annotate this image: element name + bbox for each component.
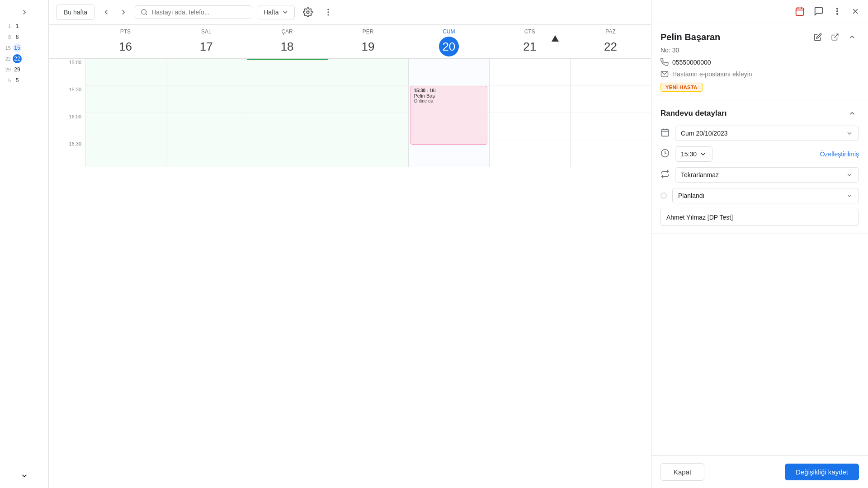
cell-paz-1600[interactable]	[570, 113, 651, 140]
cell-sal-1600[interactable]	[166, 113, 247, 140]
patient-email[interactable]: Hastanın e-postasını ekleyin	[660, 70, 859, 78]
next-week-button[interactable]	[118, 6, 129, 18]
svg-line-1	[146, 14, 147, 15]
mini-calendar: 1 1 8 8 15 15 22 22 29 29 5 5	[0, 22, 48, 85]
day-num-pts: 16	[115, 37, 135, 56]
patient-id: No: 30	[660, 47, 859, 54]
week-header-spacer	[49, 28, 85, 56]
mini-cal-date[interactable]: 8	[13, 33, 22, 42]
cell-per-1500[interactable]	[328, 59, 409, 86]
more-vertical-icon	[833, 7, 842, 16]
right-panel-topbar	[651, 0, 868, 23]
time-dropdown-value: 15:30	[681, 150, 697, 158]
mini-cal-date[interactable]: 29	[13, 65, 22, 74]
cell-cts-1600[interactable]	[489, 113, 570, 140]
time-grid: 15:00 15:30 15:30 - 16: Pelin Baş Onli	[49, 59, 651, 167]
cell-cts-1630[interactable]	[489, 140, 570, 167]
collapse-patient-button[interactable]	[845, 30, 859, 44]
chevron-left-icon	[102, 8, 110, 16]
chat-icon	[814, 6, 824, 16]
day-name-paz: PAZ	[605, 28, 615, 35]
cell-paz-1630[interactable]	[570, 140, 651, 167]
svg-point-2	[307, 11, 309, 14]
cell-sal-1630[interactable]	[166, 140, 247, 167]
day-column-header-per[interactable]: PER 19	[328, 28, 409, 56]
close-icon	[851, 7, 860, 16]
time-label-1600: 16:00	[49, 113, 85, 140]
week-number: 29	[2, 67, 11, 72]
doctor-input-row[interactable]	[660, 209, 859, 226]
appointment-event[interactable]: 15:30 - 16: Pelin Baş Online da	[410, 86, 487, 145]
search-input[interactable]	[151, 9, 242, 16]
appointment-details-section: Randevu detayları Cum 20/10/2023	[651, 99, 868, 234]
open-patient-button[interactable]	[828, 30, 842, 44]
cell-per-1600[interactable]	[328, 113, 409, 140]
search-icon	[141, 9, 148, 16]
time-label-1500: 15:00	[49, 59, 85, 86]
day-column-header-car[interactable]: ÇAR 18	[247, 28, 328, 56]
chevron-down-icon-date	[846, 130, 853, 137]
cell-cts-1530[interactable]	[489, 86, 570, 113]
day-column-header-paz[interactable]: PAZ 22	[570, 28, 651, 56]
date-dropdown[interactable]: Cum 20/10/2023	[675, 126, 859, 141]
close-button[interactable]: Kapat	[660, 463, 704, 481]
cell-cum-1530[interactable]: 15:30 - 16: Pelin Baş Online da	[408, 86, 489, 113]
mini-cal-week: 8 8	[2, 33, 47, 42]
patient-email-placeholder: Hastanın e-postasını ekleyin	[672, 70, 752, 78]
cell-paz-1530[interactable]	[570, 86, 651, 113]
mini-cal-date-selected[interactable]: 15	[13, 43, 22, 52]
cell-car-1630[interactable]	[247, 140, 328, 167]
cell-sal-1500[interactable]	[166, 59, 247, 86]
day-column-header-sal[interactable]: SAL 17	[166, 28, 247, 56]
cell-per-1530[interactable]	[328, 86, 409, 113]
mini-cal-date-today[interactable]: 22	[13, 54, 22, 63]
search-box[interactable]	[135, 5, 252, 19]
cell-car-1600[interactable]	[247, 113, 328, 140]
cell-cts-1500[interactable]	[489, 59, 570, 86]
collapse-appointment-button[interactable]	[845, 107, 859, 120]
panel-footer: Kapat Değişikliği kaydet	[651, 455, 868, 488]
week-header: PTS 16 SAL 17 ÇAR 18 PER 19 CUM 20 CTS 2…	[49, 25, 651, 59]
more-options-button[interactable]	[321, 5, 335, 19]
settings-button[interactable]	[300, 5, 316, 20]
more-options-right-button[interactable]	[830, 4, 844, 19]
cell-pts-1530[interactable]	[85, 86, 166, 113]
repeat-detail-icon	[660, 169, 670, 180]
close-panel-button[interactable]	[848, 4, 863, 19]
calendar-body[interactable]: 15:00 15:30 15:30 - 16: Pelin Baş Onli	[49, 59, 651, 488]
email-icon	[660, 70, 669, 78]
external-link-icon	[831, 33, 839, 41]
mini-cal-week: 15 15	[2, 43, 47, 52]
sidebar-toggle[interactable]	[0, 5, 48, 20]
sidebar-bottom-toggle[interactable]	[0, 468, 48, 483]
cell-pts-1500[interactable]	[85, 59, 166, 86]
cell-paz-1500[interactable]	[570, 59, 651, 86]
day-column-header-cts[interactable]: CTS 21	[489, 28, 570, 56]
today-button[interactable]: Bu hafta	[56, 5, 95, 20]
view-selector[interactable]: Hafta	[258, 5, 294, 19]
status-dropdown[interactable]: Planlandı	[672, 188, 859, 203]
cell-car-1530[interactable]	[247, 86, 328, 113]
prev-week-button[interactable]	[100, 6, 112, 18]
cell-pts-1600[interactable]	[85, 113, 166, 140]
chevron-right-icon	[20, 8, 28, 16]
repeat-dropdown[interactable]: Tekrarlanmaz	[675, 167, 859, 183]
cell-sal-1530[interactable]	[166, 86, 247, 113]
calendar-icon-button[interactable]	[792, 4, 807, 19]
cell-cum-1500[interactable]	[408, 59, 489, 86]
mini-cal-week: 5 5	[2, 76, 47, 85]
edit-patient-button[interactable]	[811, 30, 825, 44]
day-column-header-pts[interactable]: PTS 16	[85, 28, 166, 56]
chat-icon-button[interactable]	[811, 4, 826, 19]
cell-per-1630[interactable]	[328, 140, 409, 167]
mini-cal-date[interactable]: 5	[13, 76, 22, 85]
day-column-header-cum[interactable]: CUM 20	[408, 28, 489, 56]
time-dropdown[interactable]: 15:30	[675, 146, 712, 162]
cell-car-1500[interactable]	[247, 59, 328, 86]
doctor-input[interactable]	[660, 209, 859, 226]
cell-pts-1630[interactable]	[85, 140, 166, 167]
save-button[interactable]: Değişikliği kaydet	[785, 464, 859, 480]
mini-cal-date[interactable]: 1	[13, 22, 22, 31]
calendar-small-icon	[660, 128, 670, 137]
svg-point-5	[328, 14, 329, 15]
